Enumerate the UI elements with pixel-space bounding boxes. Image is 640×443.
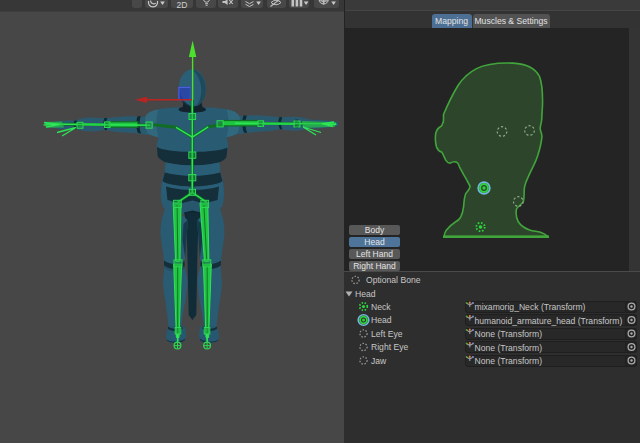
svg-text:2D: 2D (177, 0, 188, 10)
